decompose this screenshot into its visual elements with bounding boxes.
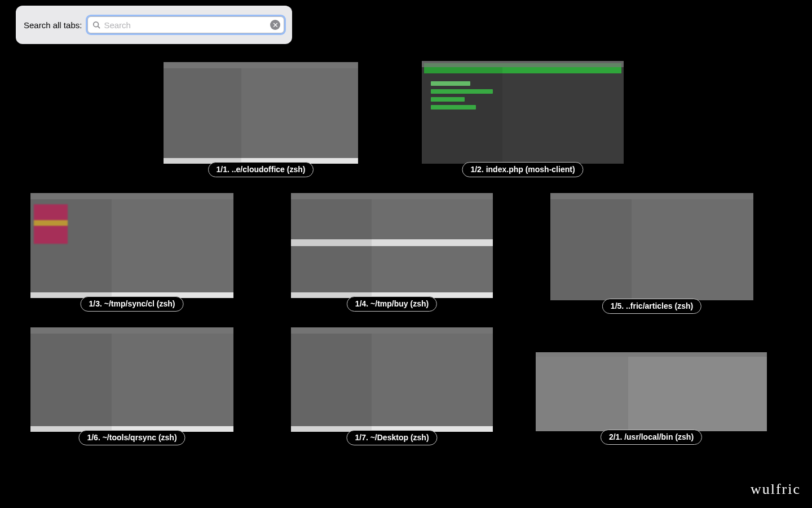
svg-point-0 bbox=[94, 22, 99, 27]
search-panel: Search all tabs: ✕ bbox=[16, 6, 292, 44]
tab-label: 1/6. ~/tools/qrsync (zsh) bbox=[78, 430, 185, 445]
tab-label: 2/1. /usr/local/bin (zsh) bbox=[601, 430, 702, 445]
tab-tile-3[interactable]: 1/3. ~/tmp/sync/cl (zsh) bbox=[30, 193, 233, 298]
tab-thumbnail bbox=[30, 193, 233, 298]
search-field[interactable]: ✕ bbox=[87, 16, 284, 33]
tab-thumbnail bbox=[291, 193, 493, 298]
tab-tile-5[interactable]: 1/5. ..fric/articles (zsh) bbox=[550, 193, 753, 300]
tab-tile-2[interactable]: 1/2. index.php (mosh-client) bbox=[422, 61, 624, 164]
tab-tile-7[interactable]: 1/7. ~/Desktop (zsh) bbox=[291, 327, 493, 432]
tab-thumbnail bbox=[536, 352, 767, 431]
clear-icon[interactable]: ✕ bbox=[270, 20, 280, 30]
tab-thumbnail bbox=[291, 327, 493, 432]
search-label: Search all tabs: bbox=[24, 20, 82, 30]
tab-label: 1/3. ~/tmp/sync/cl (zsh) bbox=[81, 296, 184, 312]
tab-thumbnail bbox=[550, 193, 753, 300]
tab-tile-4[interactable]: 1/4. ~/tmp/buy (zsh) bbox=[291, 193, 493, 298]
watermark: wulfric bbox=[751, 481, 801, 498]
tab-tile-8[interactable]: 2/1. /usr/local/bin (zsh) bbox=[536, 352, 767, 431]
tab-label: 1/5. ..fric/articles (zsh) bbox=[602, 299, 701, 314]
tab-thumbnail bbox=[30, 327, 233, 432]
search-icon bbox=[92, 21, 100, 29]
tab-label: 1/1. ..e/cloudoffice (zsh) bbox=[208, 162, 314, 177]
tab-label: 1/4. ~/tmp/buy (zsh) bbox=[347, 296, 437, 312]
tab-tile-6[interactable]: 1/6. ~/tools/qrsync (zsh) bbox=[30, 327, 233, 432]
tab-tile-1[interactable]: 1/1. ..e/cloudoffice (zsh) bbox=[164, 62, 358, 164]
search-input[interactable] bbox=[100, 20, 270, 30]
tab-label: 1/7. ~/Desktop (zsh) bbox=[346, 430, 437, 445]
tab-label: 1/2. index.php (mosh-client) bbox=[462, 162, 583, 177]
svg-line-1 bbox=[98, 27, 100, 29]
tab-thumbnail bbox=[422, 61, 624, 164]
tab-thumbnail bbox=[164, 62, 358, 164]
